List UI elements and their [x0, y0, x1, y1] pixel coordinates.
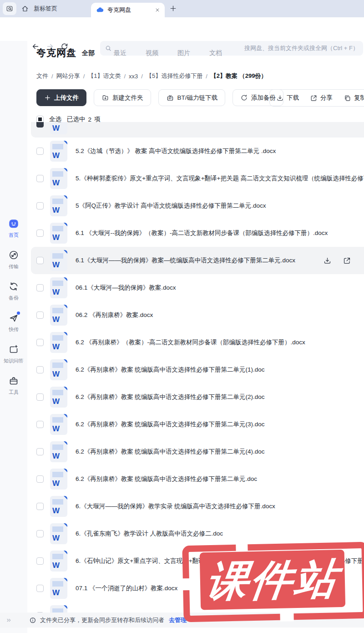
file-name: 6.2《再别康桥》教案 统编版高中语文选择性必修下册第二单元.doc — [76, 475, 364, 483]
sidebar-item-home[interactable]: 首页 — [0, 218, 27, 239]
file-name: 5.《种树郭橐驼传》原文+重点字词、文言现象+翻译+把关题 高二语文文言文知识梳… — [76, 174, 364, 183]
backup-sync-icon — [8, 281, 20, 292]
share-label: 分享 — [320, 94, 333, 102]
row-checkbox[interactable] — [36, 122, 44, 128]
search-placeholder: 搜网盘、搜当前文件夹或搜全网（Ctrl + F） — [244, 44, 359, 52]
row-checkbox[interactable] — [36, 366, 44, 373]
sidebar-item-label: 知识问答 — [4, 357, 24, 364]
table-row[interactable]: W 6.2 《再别康桥》（教案）-高二语文新教材同步备课（部编版选择性必修下册）… — [31, 329, 364, 356]
active-tab[interactable]: 夸克网盘 — [91, 3, 165, 17]
page-title: 夸克网盘 — [36, 46, 76, 59]
table-row[interactable]: W 6.2《再别康桥》教案 统编版高中语文选择性必修下册第二单元(2).doc — [31, 383, 364, 411]
toolbox-icon — [8, 375, 20, 387]
table-row[interactable]: W — [31, 122, 364, 138]
breadcrumb-separator: / — [124, 73, 126, 80]
watermark-stamp: 课件站 — [182, 542, 364, 623]
new-folder-button[interactable]: 新建文件夹 — [94, 89, 151, 106]
row-checkbox[interactable] — [36, 311, 44, 319]
row-checkbox[interactable] — [36, 202, 44, 209]
upload-button-label: 上传文件 — [54, 94, 79, 102]
toolbar: 上传文件 新建文件夹 BT BT/磁力链下载 添加备份 — [36, 89, 283, 106]
sidebar-item-knowledge-qa[interactable]: 知识问答 — [0, 343, 27, 364]
share-icon — [310, 94, 318, 102]
table-row[interactable]: W 6.1 《大堰河--我的保姆》（教案）-高二语文新教材同步备课（部编版选择性… — [31, 220, 364, 247]
browser-nav-bar: 搜网盘、搜当前文件夹或搜全网（Ctrl + F） — [0, 17, 364, 41]
row-checkbox[interactable] — [36, 175, 44, 182]
home-smiley-icon — [8, 218, 20, 230]
new-tab-page-label[interactable]: 新标签页 — [34, 0, 57, 17]
file-name: 06.2 《再别康桥》教案.docx — [76, 311, 364, 319]
tab-search-button[interactable] — [3, 2, 16, 15]
share-button[interactable]: 分享 — [310, 94, 333, 102]
bt-magnet-download-button[interactable]: BT BT/磁力链下载 — [158, 89, 226, 106]
table-row[interactable]: W 6.2《再别康桥》教案 统编版高中语文选择性必修下册第二单元(4).doc — [31, 438, 364, 465]
word-file-icon: W — [50, 195, 67, 216]
breadcrumb-item[interactable]: 【1】语文类 — [88, 72, 121, 80]
breadcrumb-item[interactable]: 【5】选择性必修下册 — [146, 72, 202, 80]
tab-video[interactable]: 视频 — [146, 49, 158, 57]
breadcrumb-separator: / — [51, 73, 53, 80]
bt-icon-text: BT — [168, 97, 172, 100]
home-tab-button[interactable] — [21, 5, 29, 13]
row-checkbox[interactable] — [36, 503, 44, 510]
sidebar-item-transfer[interactable]: 传输 — [0, 249, 27, 270]
close-tab-icon[interactable] — [155, 7, 160, 13]
row-checkbox[interactable] — [36, 393, 44, 401]
row-open-button[interactable] — [343, 256, 351, 265]
file-name: 6.2 《再别康桥》（教案）-高二语文新教材同步备课（部编版选择性必修下册）.d… — [76, 338, 364, 347]
breadcrumb-item[interactable]: 文件 — [36, 72, 48, 80]
word-file-icon: W — [50, 551, 67, 572]
tab-doc[interactable]: 文档 — [209, 49, 222, 57]
sidebar-item-quick-send[interactable]: 快传 — [0, 312, 27, 333]
table-row[interactable]: W 6.1《大堰河——我的保姆》教案—统编版高中语文选择性必修下册第二单元.do… — [31, 247, 364, 274]
browser-tab-strip: 新标签页 夸克网盘 — [0, 0, 364, 17]
download-button[interactable]: 下载 — [276, 94, 299, 102]
quark-logo-icon — [96, 6, 104, 14]
row-checkbox[interactable] — [36, 448, 44, 455]
breadcrumb-item[interactable]: 网站分享 — [56, 72, 80, 80]
copy-button[interactable]: 复制 — [344, 94, 364, 102]
notification-dot — [17, 311, 20, 315]
row-checkbox[interactable] — [36, 585, 44, 592]
row-checkbox[interactable] — [36, 148, 44, 155]
table-row[interactable]: W 6.《大堰河——我的保姆》教学实录 统编版高中语文选择性必修下册.docx — [31, 493, 364, 520]
tab-all[interactable]: 全部 — [82, 49, 95, 57]
collapse-sidebar-button[interactable] — [5, 617, 13, 624]
tab-recent[interactable]: 最近 — [114, 49, 126, 57]
row-download-button[interactable] — [323, 256, 332, 265]
bt-tv-icon: BT — [166, 94, 174, 102]
table-row[interactable]: W 5《阿Q正传》教学设计 高中语文统编版选择性必修下册第二单元.docx — [31, 192, 364, 220]
table-row[interactable]: W 6.2《再别康桥》教案 统编版高中语文选择性必修下册第二单元(1).doc — [31, 356, 364, 383]
row-checkbox[interactable] — [36, 557, 44, 565]
upload-button[interactable]: 上传文件 — [36, 89, 86, 106]
row-checkbox[interactable] — [36, 339, 44, 346]
table-row[interactable]: W 6.2《再别康桥》教案 统编版高中语文选择性必修下册第二单元.doc — [31, 465, 364, 493]
breadcrumb-item[interactable]: xx3 — [129, 73, 138, 80]
breadcrumb-separator: / — [83, 73, 85, 80]
row-checkbox[interactable] — [36, 284, 44, 291]
external-link-icon — [343, 256, 351, 265]
row-checkbox[interactable] — [36, 257, 44, 264]
row-checkbox[interactable] — [36, 475, 44, 483]
new-tab-button[interactable] — [169, 5, 177, 12]
table-row[interactable]: W 06.2 《再别康桥》教案.docx — [31, 301, 364, 329]
word-file-icon: W — [50, 441, 67, 462]
table-row[interactable]: W 6.2《再别康桥》教案 统编版高中语文选择性必修下册第二单元(3).doc — [31, 411, 364, 438]
table-row[interactable]: W 06.1《大堰河—我的保姆》教案.docx — [31, 274, 364, 301]
word-file-icon: W — [50, 277, 67, 298]
file-name: 6.《大堰河——我的保姆》教学实录 统编版高中语文选择性必修下册.docx — [76, 502, 364, 510]
download-icon — [276, 94, 284, 102]
sidebar-item-backup[interactable]: 备份 — [0, 281, 27, 301]
row-checkbox[interactable] — [36, 230, 44, 237]
word-file-icon: W — [50, 578, 67, 599]
table-row[interactable]: W 5.《种树郭橐驼传》原文+重点字词、文言现象+翻译+把关题 高二语文文言文知… — [31, 165, 364, 192]
file-name: 5.2《边城（节选）》 教案 高中语文统编版选择性必修下册第二单元 .docx — [76, 147, 364, 155]
row-checkbox[interactable] — [36, 421, 44, 428]
file-name: 06.1《大堰河—我的保姆》教案.docx — [76, 284, 364, 292]
tab-image[interactable]: 图片 — [177, 49, 190, 57]
sidebar-item-tools[interactable]: 工具 — [0, 375, 27, 396]
table-row[interactable]: W 5.2《边城（节选）》 教案 高中语文统编版选择性必修下册第二单元 .doc… — [31, 138, 364, 165]
row-checkbox[interactable] — [36, 530, 44, 537]
word-file-icon: W — [50, 414, 67, 435]
paper-plane-icon — [8, 312, 20, 324]
